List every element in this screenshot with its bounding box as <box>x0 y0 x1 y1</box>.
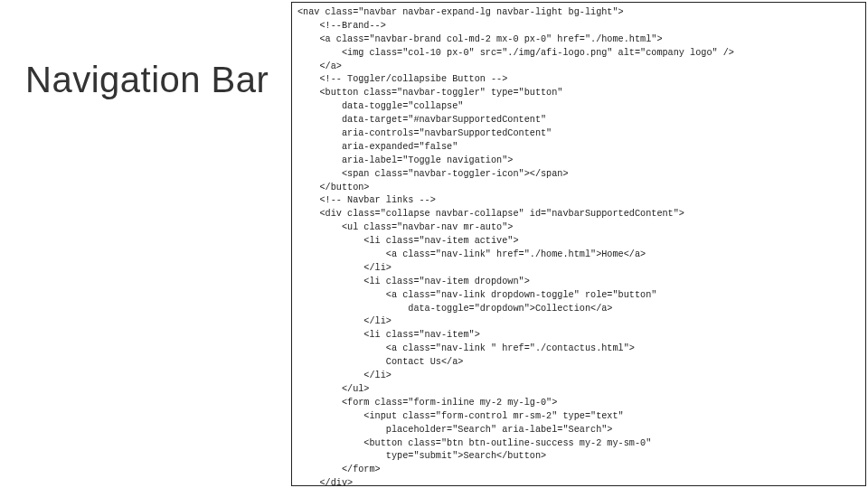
code-box: <nav class="navbar navbar-expand-lg navb… <box>291 2 866 486</box>
slide: Navigation Bar <nav class="navbar navbar… <box>0 0 868 488</box>
slide-title: Navigation Bar <box>25 60 269 100</box>
code-snippet: <nav class="navbar navbar-expand-lg navb… <box>297 6 860 486</box>
